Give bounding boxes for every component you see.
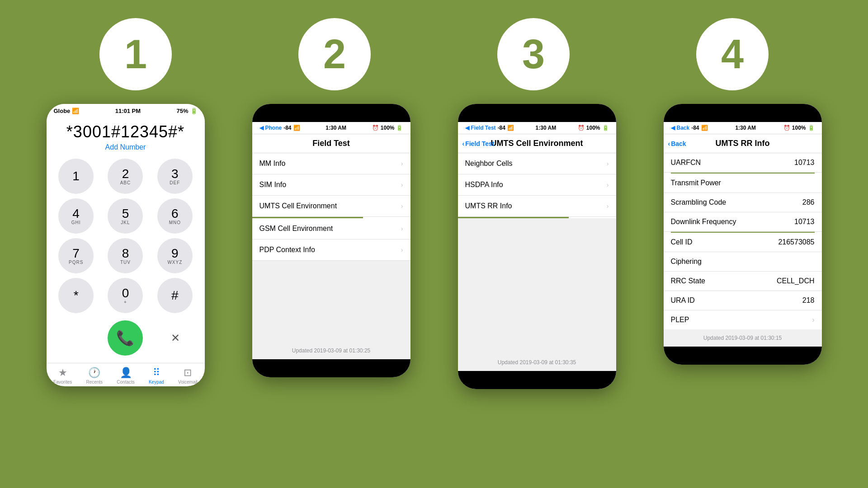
tab-voicemail[interactable]: ⊡ Voicemail bbox=[178, 367, 198, 385]
list-item-sim-info[interactable]: SIM Info › bbox=[252, 174, 410, 196]
phone2-back-label: Phone bbox=[265, 125, 282, 131]
phone1-status-bar: Globe 📶 11:01 PM 75% 🔋 bbox=[47, 104, 205, 118]
phone2-list: MM Info › SIM Info › UMTS Cell Environme… bbox=[252, 153, 410, 261]
rr-item-plep: PLEP › bbox=[664, 310, 822, 329]
key-sub-label: + bbox=[124, 300, 127, 305]
phone4-nav-back-label: Back bbox=[671, 140, 686, 147]
list-item-gsm-cell[interactable]: GSM Cell Environment › bbox=[252, 218, 410, 239]
uarfcn-value: 10713 bbox=[794, 159, 815, 167]
recents-label: Recents bbox=[86, 380, 103, 385]
delete-icon: ✕ bbox=[171, 332, 180, 344]
phone2-title: Field Test bbox=[312, 139, 350, 148]
keypad: 12ABC3DEF4GHI5JKL6MNO7PQRS8TUV9WXYZ*0+# bbox=[54, 159, 198, 313]
chevron-icon: › bbox=[401, 225, 403, 232]
chevron-icon: › bbox=[401, 202, 403, 210]
contacts-icon: 👤 bbox=[120, 367, 132, 379]
add-number-link[interactable]: Add Number bbox=[54, 143, 198, 151]
phone-4: ◀ Back -84 📶 1:30 AM ⏰ 100% 🔋 ‹ Back UMT… bbox=[664, 104, 822, 365]
phone2-footer: Updated 2019-03-09 at 01:30:25 bbox=[252, 342, 410, 359]
umts-cell-label: UMTS Cell Environment bbox=[259, 202, 337, 210]
chevron-left-icon: ‹ bbox=[668, 140, 670, 147]
key-1[interactable]: 1 bbox=[58, 159, 94, 194]
key-number-label: 1 bbox=[72, 170, 80, 183]
phone3-nav-bar: ‹ Field Test UMTS Cell Environment bbox=[458, 134, 616, 153]
chevron-left-icon: ‹ bbox=[462, 140, 465, 147]
uarfcn-label: UARFCN bbox=[671, 159, 701, 167]
phone3-list: Neighbor Cells › HSDPA Info › UMTS RR In… bbox=[458, 153, 616, 218]
phone4-back-button[interactable]: ‹ Back bbox=[668, 140, 686, 147]
phone3-top-bar bbox=[458, 104, 616, 122]
key-sub-label: JKL bbox=[121, 220, 130, 225]
list-item-neighbor-cells[interactable]: Neighbor Cells › bbox=[458, 153, 616, 174]
key-number-label: 3 bbox=[171, 168, 179, 180]
key-sub-label: PQRS bbox=[69, 260, 83, 265]
recents-icon: 🕐 bbox=[88, 367, 100, 379]
tab-keypad[interactable]: ⠿ Keypad bbox=[149, 367, 164, 385]
key-*[interactable]: * bbox=[58, 278, 94, 313]
tab-favorites[interactable]: ★ Favorites bbox=[53, 367, 72, 385]
rr-item-downlink: Downlink Frequency 10713 bbox=[664, 212, 822, 232]
phone4-nav-bar: ‹ Back UMTS RR Info bbox=[664, 134, 822, 153]
key-8[interactable]: 8TUV bbox=[108, 238, 143, 273]
transmit-label: Transmit Power bbox=[671, 179, 721, 187]
phone2-nav-bar: Field Test bbox=[252, 134, 410, 153]
phone3-status-bar: ◀ Field Test -84 📶 1:30 AM ⏰ 100% 🔋 bbox=[458, 122, 616, 134]
key-number-label: # bbox=[171, 289, 179, 302]
phone3-nav-back-label: Field Test bbox=[465, 140, 494, 147]
gsm-cell-label: GSM Cell Environment bbox=[259, 225, 333, 233]
chevron-icon: › bbox=[607, 202, 609, 210]
list-item-mm-info[interactable]: MM Info › bbox=[252, 153, 410, 174]
rr-item-ciphering: Ciphering bbox=[664, 252, 822, 272]
key-7[interactable]: 7PQRS bbox=[58, 238, 94, 273]
phone2-alarm-icon: ⏰ bbox=[372, 125, 379, 131]
chevron-icon: › bbox=[401, 160, 403, 167]
list-item-pdp[interactable]: PDP Context Info › bbox=[252, 239, 410, 261]
call-button[interactable]: 📞 bbox=[108, 320, 143, 356]
delete-button[interactable]: ✕ bbox=[164, 327, 187, 349]
chevron-icon: › bbox=[401, 246, 403, 253]
phone4-wifi-icon: 📶 bbox=[701, 125, 708, 131]
key-6[interactable]: 6MNO bbox=[157, 198, 193, 234]
phone-1: Globe 📶 11:01 PM 75% 🔋 *3001#12345#* Add… bbox=[47, 104, 205, 386]
phone-2-container: ◀ Phone -84 📶 1:30 AM ⏰ 100% 🔋 Field Tes… bbox=[252, 104, 410, 377]
back-arrow-icon: ◀ bbox=[671, 125, 675, 131]
tab-recents[interactable]: 🕐 Recents bbox=[86, 367, 103, 385]
phone2-bottom-bar bbox=[252, 359, 410, 377]
downlink-label: Downlink Frequency bbox=[671, 218, 736, 226]
key-sub-label: MNO bbox=[169, 220, 181, 225]
list-item-hsdpa[interactable]: HSDPA Info › bbox=[458, 174, 616, 196]
call-row: 📞 ✕ bbox=[54, 320, 198, 356]
chevron-icon: › bbox=[812, 316, 814, 324]
tab-contacts[interactable]: 👤 Contacts bbox=[117, 367, 134, 385]
key-number-label: * bbox=[74, 289, 79, 302]
key-#[interactable]: # bbox=[157, 278, 193, 313]
carrier-label: Globe bbox=[54, 108, 71, 114]
phone3-alarm-icon: ⏰ bbox=[578, 125, 585, 131]
key-5[interactable]: 5JKL bbox=[108, 198, 143, 234]
list-item-umts-cell[interactable]: UMTS Cell Environment › bbox=[252, 196, 410, 217]
voicemail-label: Voicemail bbox=[178, 380, 198, 385]
keypad-icon: ⠿ bbox=[153, 367, 160, 379]
umts-rr-label: UMTS RR Info bbox=[465, 202, 512, 210]
key-sub-label: ABC bbox=[120, 180, 131, 185]
phone3-battery-icon: 🔋 bbox=[602, 125, 609, 131]
phone3-back-button[interactable]: ‹ Field Test bbox=[462, 140, 495, 147]
dialer-number: *3001#12345#* bbox=[54, 118, 198, 143]
pdp-label: PDP Context Info bbox=[259, 246, 315, 254]
phone3-title: UMTS Cell Environment bbox=[491, 139, 583, 148]
phone3-time: 1:30 AM bbox=[536, 125, 557, 131]
phone4-alarm-icon: ⏰ bbox=[783, 125, 790, 131]
key-2[interactable]: 2ABC bbox=[108, 159, 143, 194]
key-0[interactable]: 0+ bbox=[108, 278, 143, 313]
battery-icon: 🔋 bbox=[190, 108, 198, 114]
phone3-back-label: Field Test bbox=[471, 125, 496, 131]
key-number-label: 5 bbox=[122, 207, 129, 220]
phone3-battery: 100% bbox=[586, 125, 600, 131]
phone-1-container: Globe 📶 11:01 PM 75% 🔋 *3001#12345#* Add… bbox=[47, 104, 205, 386]
key-9[interactable]: 9WXYZ bbox=[157, 238, 193, 273]
key-4[interactable]: 4GHI bbox=[58, 198, 94, 234]
key-3[interactable]: 3DEF bbox=[157, 159, 193, 194]
favorites-label: Favorites bbox=[53, 380, 72, 385]
step-2: 2 bbox=[298, 18, 371, 90]
list-item-umts-rr[interactable]: UMTS RR Info › bbox=[458, 196, 616, 217]
